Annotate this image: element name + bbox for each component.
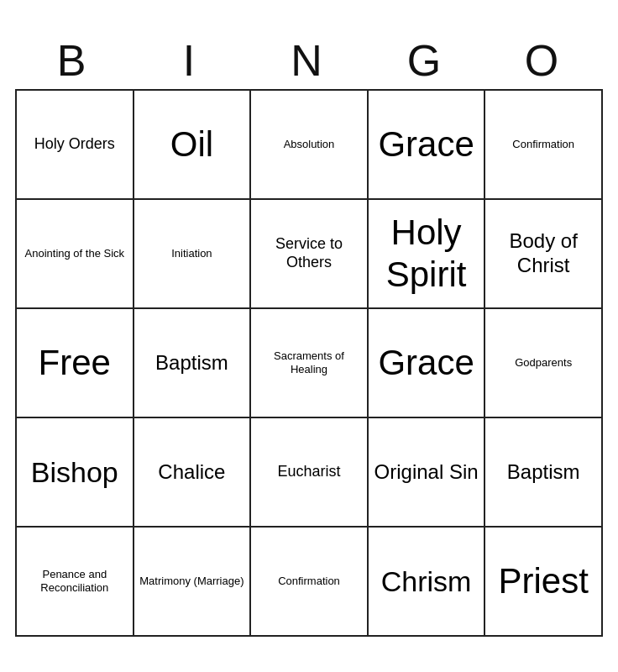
cell-23: Chrism (369, 528, 486, 637)
cell-text-11: Baptism (155, 351, 228, 375)
header-letter-O: O (485, 35, 603, 86)
cell-text-5: Anointing of the Sick (25, 247, 125, 260)
cell-text-3: Grace (378, 123, 474, 165)
header-letter-N: N (250, 35, 368, 86)
cell-15: Bishop (17, 418, 134, 528)
cell-text-20: Penance and Reconciliation (20, 568, 129, 594)
bingo-grid: Holy OrdersOilAbsolutionGraceConfirmatio… (15, 89, 603, 637)
cell-24: Priest (485, 528, 603, 637)
cell-17: Eucharist (251, 418, 369, 528)
cell-text-14: Godparents (515, 356, 572, 370)
cell-10: Free (17, 309, 134, 418)
cell-20: Penance and Reconciliation (17, 528, 134, 637)
cell-text-8: Holy Spirit (372, 212, 481, 297)
cell-text-6: Initiation (171, 247, 212, 260)
cell-text-1: Oil (170, 123, 213, 165)
cell-22: Confirmation (251, 528, 369, 637)
cell-text-4: Confirmation (512, 138, 574, 151)
cell-text-24: Priest (499, 560, 589, 602)
cell-text-13: Grace (378, 342, 474, 384)
cell-4: Confirmation (485, 91, 603, 200)
cell-text-15: Bishop (31, 455, 118, 490)
cell-text-21: Matrimony (Marriage) (139, 575, 244, 588)
cell-2: Absolution (251, 91, 369, 200)
bingo-header: BINGO (15, 35, 603, 86)
cell-13: Grace (369, 309, 486, 418)
cell-14: Godparents (485, 309, 603, 418)
cell-19: Baptism (485, 418, 603, 528)
cell-11: Baptism (134, 309, 252, 418)
cell-18: Original Sin (369, 418, 486, 528)
cell-0: Holy Orders (17, 91, 134, 200)
cell-text-23: Chrism (381, 564, 472, 599)
cell-text-2: Absolution (284, 138, 335, 151)
header-letter-I: I (133, 35, 250, 86)
cell-5: Anointing of the Sick (17, 200, 134, 309)
cell-21: Matrimony (Marriage) (134, 528, 252, 637)
cell-text-0: Holy Orders (34, 135, 115, 154)
cell-8: Holy Spirit (369, 200, 486, 309)
cell-text-9: Body of Christ (489, 229, 598, 278)
header-letter-G: G (368, 35, 485, 86)
cell-7: Service to Others (251, 200, 369, 309)
cell-text-18: Original Sin (374, 460, 479, 485)
cell-text-10: Free (39, 342, 111, 384)
cell-text-17: Eucharist (277, 463, 340, 481)
cell-text-12: Sacraments of Healing (254, 349, 364, 375)
bingo-card: BINGO Holy OrdersOilAbsolutionGraceConfi… (7, 27, 611, 645)
cell-text-7: Service to Others (254, 235, 364, 271)
cell-text-19: Baptism (507, 460, 580, 485)
cell-1: Oil (134, 91, 252, 200)
header-letter-B: B (15, 35, 133, 86)
cell-9: Body of Christ (485, 200, 603, 309)
cell-16: Chalice (134, 418, 252, 528)
cell-text-16: Chalice (158, 460, 225, 485)
cell-3: Grace (369, 91, 486, 200)
cell-12: Sacraments of Healing (251, 309, 369, 418)
cell-text-22: Confirmation (278, 575, 340, 588)
cell-6: Initiation (134, 200, 252, 309)
